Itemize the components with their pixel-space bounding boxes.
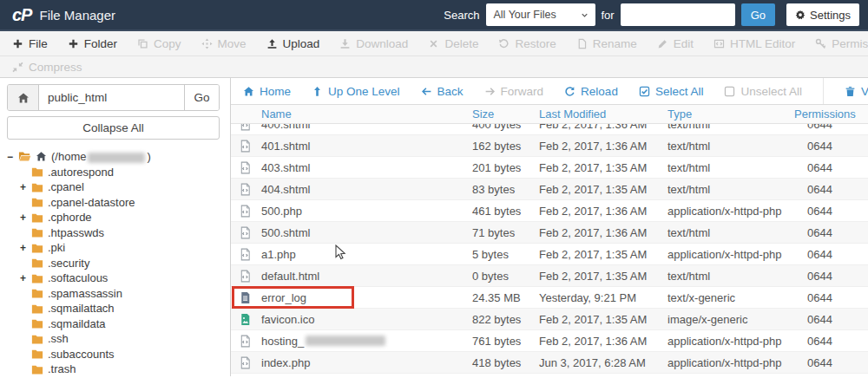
file-name[interactable]: hosting_ xyxy=(261,335,304,348)
toolbar-folder-button[interactable]: Folder xyxy=(68,37,117,50)
key-icon xyxy=(815,38,826,49)
table-row[interactable]: hosting_761 bytesFeb 2, 2017, 1:36 AMapp… xyxy=(231,330,868,352)
column-header-size[interactable]: Size xyxy=(472,108,539,121)
file-modified: Feb 2, 2017, 1:36 AM xyxy=(539,140,667,153)
table-row[interactable]: default.html0 bytesFeb 2, 2017, 1:35 AMt… xyxy=(231,265,868,287)
folder-icon xyxy=(31,242,43,254)
toolbar-row-1: FileFolderCopyMoveUploadDownloadDeleteRe… xyxy=(0,31,868,56)
table-row[interactable]: 404.shtml83 bytesFeb 2, 2017, 1:35 AMtex… xyxy=(231,179,868,200)
file-name[interactable]: index.php xyxy=(261,356,310,369)
expand-toggle-icon[interactable]: + xyxy=(20,181,31,193)
tree-item-subaccounts[interactable]: .subaccounts xyxy=(7,347,220,362)
tree-item-cphorde[interactable]: +.cphorde xyxy=(7,210,220,225)
column-header-modified[interactable]: Last Modified xyxy=(539,108,667,121)
tree-item-pki[interactable]: +.pki xyxy=(7,240,220,256)
tree-item-cpanel[interactable]: +.cpanel xyxy=(7,179,220,195)
settings-button[interactable]: Settings xyxy=(786,3,859,26)
page-title: File Manager xyxy=(39,8,115,23)
file-size: 201 bytes xyxy=(472,161,539,174)
toolbar-move-button[interactable]: Move xyxy=(201,37,247,50)
tree-item-sqmaildata[interactable]: .sqmaildata xyxy=(7,316,220,332)
file-name[interactable]: default.html xyxy=(261,270,319,283)
toolbar-rename-button[interactable]: Rename xyxy=(576,37,637,50)
folder-tree: −(/home).autorespond+.cpanel.cpanel-data… xyxy=(7,149,220,378)
home-path-button[interactable] xyxy=(8,85,39,110)
column-header-name[interactable]: Name xyxy=(261,108,472,121)
tree-item-spamassassin[interactable]: .spamassassin xyxy=(7,286,220,302)
nav-reload-button[interactable]: Reload xyxy=(564,85,618,98)
nav-up-one-level-button[interactable]: Up One Level xyxy=(312,85,400,98)
path-bar: Go xyxy=(7,84,220,111)
file-name[interactable]: a1.php xyxy=(261,248,296,261)
nav-view-trash-button[interactable]: View Trash xyxy=(845,85,868,98)
file-type: application/x-httpd-php xyxy=(667,356,794,369)
toolbar-edit-button[interactable]: Edit xyxy=(657,37,694,50)
column-header-type[interactable]: Type xyxy=(667,108,794,121)
file-type: application/x-httpd-php xyxy=(667,205,794,218)
file-nav-toolbar: HomeUp One LevelBackForwardReloadSelect … xyxy=(231,78,868,105)
tree-item-security[interactable]: .security xyxy=(7,256,220,271)
file-name[interactable]: 404.shtml xyxy=(261,183,310,196)
table-row[interactable]: 403.shtml201 bytesFeb 2, 2017, 1:35 AMte… xyxy=(231,157,868,179)
file-name[interactable]: 500.php xyxy=(261,205,302,218)
table-row[interactable]: 401.shtml162 bytesFeb 2, 2017, 1:36 AMte… xyxy=(231,135,868,157)
file-type: image/x-generic xyxy=(667,313,794,326)
nav-forward-button[interactable]: Forward xyxy=(484,85,544,98)
nav-back-button[interactable]: Back xyxy=(421,85,464,98)
download-icon xyxy=(339,38,351,49)
select-all-icon xyxy=(639,86,650,97)
toolbar-copy-button[interactable]: Copy xyxy=(137,37,181,50)
path-input[interactable] xyxy=(39,85,184,110)
file-name[interactable]: 400.shtml xyxy=(261,124,310,131)
file-size: 461 bytes xyxy=(472,205,539,218)
toolbar-file-button[interactable]: File xyxy=(12,37,48,50)
file-name[interactable]: 403.shtml xyxy=(261,161,310,174)
collapse-all-button[interactable]: Collapse All xyxy=(7,116,220,140)
search-go-button[interactable]: Go xyxy=(741,3,775,26)
expand-toggle-icon[interactable]: + xyxy=(20,242,31,254)
file-code-icon xyxy=(239,356,252,369)
expand-toggle-icon[interactable]: + xyxy=(20,212,31,224)
table-row[interactable]: 400.shtml400 bytesFeb 2, 2017, 1:36 AMte… xyxy=(231,124,868,135)
search-scope-select[interactable]: All Your Files xyxy=(486,3,595,26)
file-name[interactable]: error_log xyxy=(261,291,306,304)
file-size: 71 bytes xyxy=(472,226,539,239)
toolbar-delete-button[interactable]: Delete xyxy=(428,37,478,50)
table-row[interactable]: index.php418 bytesJun 3, 2017, 6:28 AMap… xyxy=(231,352,868,374)
tree-item-autorespond[interactable]: .autorespond xyxy=(7,165,220,180)
toolbar-restore-button[interactable]: Restore xyxy=(498,37,556,50)
search-input[interactable] xyxy=(621,3,735,26)
table-row[interactable]: 500.shtml71 bytesFeb 2, 2017, 1:36 AMtex… xyxy=(231,222,868,244)
column-header-permissions[interactable]: Permissions xyxy=(794,108,855,121)
nav-select-all-button[interactable]: Select All xyxy=(639,85,704,98)
tree-item-cpanel-datastore[interactable]: .cpanel-datastore xyxy=(7,195,220,211)
collapse-toggle-icon[interactable]: − xyxy=(7,151,18,163)
tree-item-sqmailattach[interactable]: .sqmailattach xyxy=(7,301,220,316)
nav-unselect-all-button[interactable]: Unselect All xyxy=(724,85,802,98)
redacted-text xyxy=(88,153,145,163)
tree-item-htpasswds[interactable]: .htpasswds xyxy=(7,225,220,241)
table-row[interactable]: a1.php5 bytesFeb 2, 2017, 1:35 AMapplica… xyxy=(231,244,868,265)
table-row[interactable]: favicon.ico822 bytesFeb 2, 2017, 1:35 AM… xyxy=(231,309,868,330)
toolbar-download-button[interactable]: Download xyxy=(339,37,408,50)
tree-item-softaculous[interactable]: +.softaculous xyxy=(7,270,220,286)
table-row[interactable]: error_log24.35 MBYesterday, 9:21 PMtext/… xyxy=(231,287,868,309)
file-name[interactable]: favicon.ico xyxy=(261,313,314,326)
table-row[interactable]: 500.php461 bytesFeb 2, 2017, 1:36 AMappl… xyxy=(231,200,868,222)
tree-item-ssh[interactable]: .ssh xyxy=(7,331,220,347)
table-header: Name Size Last Modified Type Permissions xyxy=(231,105,868,124)
toolbar-upload-button[interactable]: Upload xyxy=(266,37,320,50)
toolbar-permissions-button[interactable]: Permissions xyxy=(815,37,868,50)
tree-item-trash[interactable]: .trash xyxy=(7,362,220,377)
file-name[interactable]: 401.shtml xyxy=(261,140,310,153)
path-go-button[interactable]: Go xyxy=(184,85,219,110)
tree-root-label: (/home) xyxy=(51,150,151,163)
toolbar-compress-button[interactable]: Compress xyxy=(12,61,82,74)
nav-home-button[interactable]: Home xyxy=(243,85,291,98)
tree-root-item[interactable]: −(/home) xyxy=(7,149,220,165)
toolbar-html-editor-button[interactable]: HTML Editor xyxy=(713,37,795,50)
file-name[interactable]: 500.shtml xyxy=(261,226,310,239)
settings-label: Settings xyxy=(810,9,851,22)
file-text-icon xyxy=(239,291,252,304)
expand-toggle-icon[interactable]: + xyxy=(20,272,31,284)
